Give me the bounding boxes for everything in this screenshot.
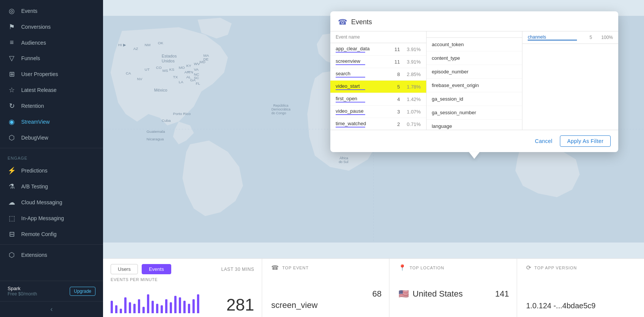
param-row-content-type[interactable]: content_type xyxy=(427,51,522,65)
svg-text:LA: LA xyxy=(179,80,184,84)
cloud-messaging-icon: ☁ xyxy=(8,198,16,207)
top-event-name: screen_view xyxy=(271,300,317,313)
event-count: 4 xyxy=(385,96,400,102)
sidebar-item-conversions[interactable]: ⚑ Conversions xyxy=(0,19,103,35)
sidebar-item-in-app-messaging[interactable]: ⬚ In-App Messaging xyxy=(0,210,103,226)
sidebar-item-audiences[interactable]: ≡ Audiences xyxy=(0,35,103,50)
remote-config-icon: ⊟ xyxy=(8,230,16,238)
event-name: time_watched xyxy=(336,121,385,127)
chart-bar xyxy=(197,294,199,313)
sidebar-nav-top: ◎ Events ⚑ Conversions ≡ Audiences ▽ Fun… xyxy=(0,0,103,264)
svg-text:Cuba: Cuba xyxy=(162,118,171,123)
param-row-firebase-event-origin[interactable]: firebase_event_origin xyxy=(427,79,522,92)
svg-text:WV: WV xyxy=(194,62,200,66)
event-row-search[interactable]: search 8 2.85% xyxy=(330,68,426,81)
sidebar-item-latest-release[interactable]: ☆ Latest Release xyxy=(0,82,103,98)
svg-text:UT: UT xyxy=(145,67,150,71)
chart-bar xyxy=(156,304,158,313)
event-row-screenview[interactable]: screenview 11 3.91% xyxy=(330,56,426,68)
events-tab-button[interactable]: Events xyxy=(142,264,171,274)
popup-col3-header: channels 5 100% xyxy=(522,31,618,44)
event-name: screenview xyxy=(336,58,385,65)
sidebar-item-extensions[interactable]: ⬡ Extensions xyxy=(0,247,103,263)
apply-as-filter-button[interactable]: Apply As Filter xyxy=(560,135,611,147)
sidebar-item-label: Latest Release xyxy=(21,87,56,93)
popup-header: ☎ Events xyxy=(330,11,618,31)
sidebar-item-label: Predictions xyxy=(21,168,47,174)
channel-header-pct: 100% xyxy=(592,35,613,40)
svg-text:Democrática: Democrática xyxy=(271,107,290,111)
streamview-icon: ◉ xyxy=(8,118,16,126)
sidebar-item-funnels[interactable]: ▽ Funnels xyxy=(0,50,103,66)
svg-text:KS: KS xyxy=(169,67,175,71)
event-row-video-start[interactable]: video_start 5 1.78% xyxy=(330,81,426,93)
event-row-app-clear-data[interactable]: app_clear_data 11 3.91% xyxy=(330,43,426,56)
bottom-top-app-version: ⟳ TOP APP VERSION 1.0.124 -...4bdae5c9 xyxy=(517,259,644,317)
event-count: 3 xyxy=(385,109,400,115)
events-icon: ◎ xyxy=(8,7,16,15)
top-location-label: 📍 TOP LOCATION xyxy=(399,264,509,271)
chart-bar xyxy=(115,305,117,313)
sidebar-item-ab-testing[interactable]: ⚗ A/B Testing xyxy=(0,179,103,194)
chart-bar xyxy=(124,297,127,313)
sidebar-item-label: User Properties xyxy=(21,71,58,77)
param-row-ga-session-id[interactable]: ga_session_id xyxy=(427,92,522,106)
svg-text:DE: DE xyxy=(203,57,209,61)
version-section-icon: ⟳ xyxy=(526,264,531,271)
chart-bar xyxy=(174,296,177,313)
sidebar-item-streamview[interactable]: ◉ StreamView xyxy=(0,114,103,130)
event-name: app_clear_data xyxy=(336,46,385,53)
svg-text:AR: AR xyxy=(184,70,190,74)
svg-text:FL: FL xyxy=(196,81,200,85)
sidebar-item-user-properties[interactable]: ⊞ User Properties xyxy=(0,66,103,82)
sidebar-collapse-button[interactable]: ‹ xyxy=(0,301,103,317)
sidebar-item-retention[interactable]: ↻ Retention xyxy=(0,98,103,114)
event-row-video-pause[interactable]: video_pause 3 1.07% xyxy=(330,106,426,118)
param-name: account_token xyxy=(432,42,517,47)
event-section-icon: ☎ xyxy=(271,264,279,271)
svg-text:Unidos: Unidos xyxy=(162,59,175,63)
chart-bar xyxy=(138,299,140,314)
bottom-bar: Users Events LAST 30 MINS EVENTS PER MIN… xyxy=(103,258,644,317)
extensions-icon: ⬡ xyxy=(8,251,16,259)
sidebar-item-predictions[interactable]: ⚡ Predictions xyxy=(0,163,103,179)
param-row-ga-session-number[interactable]: ga_session_number xyxy=(427,106,522,120)
location-name: United States xyxy=(413,289,463,299)
svg-text:VA: VA xyxy=(194,67,199,71)
sidebar-item-label: A/B Testing xyxy=(21,183,48,190)
param-row-language[interactable]: language xyxy=(427,120,522,130)
svg-text:Porto Rico: Porto Rico xyxy=(173,112,191,116)
cancel-button[interactable]: Cancel xyxy=(535,138,552,144)
sidebar-item-cloud-messaging[interactable]: ☁ Cloud Messaging xyxy=(0,194,103,210)
last-30-label: LAST 30 MINS xyxy=(221,267,254,272)
event-pct: 3.91% xyxy=(400,47,421,52)
sidebar-item-remote-config[interactable]: ⊟ Remote Config xyxy=(0,226,103,242)
events-per-min-label: EVENTS PER MINUTE xyxy=(111,277,254,282)
svg-text:TX: TX xyxy=(173,75,178,79)
chart-bar xyxy=(188,304,190,313)
popup-col2-header xyxy=(427,31,522,38)
sidebar-item-events[interactable]: ◎ Events xyxy=(0,3,103,19)
param-name: content_type xyxy=(432,55,517,61)
sidebar-item-debugview[interactable]: ⬡ DebugView xyxy=(0,130,103,146)
popup-footer: Cancel Apply As Filter xyxy=(330,130,618,152)
event-pct: 0.71% xyxy=(400,121,421,127)
event-count: 11 xyxy=(385,47,400,52)
channel-header-count: 5 xyxy=(577,35,592,40)
sidebar-item-label: Conversions xyxy=(21,24,51,30)
chart-bar xyxy=(133,304,136,313)
channel-header-name: channels xyxy=(528,34,577,40)
param-row-episode-number[interactable]: episode_number xyxy=(427,65,522,79)
event-row-first-open[interactable]: first_open 4 1.42% xyxy=(330,93,426,106)
event-row-time-watched[interactable]: time_watched 2 0.71% xyxy=(330,118,426,130)
event-name: first_open xyxy=(336,96,385,103)
users-tab-button[interactable]: Users xyxy=(111,264,138,274)
popup-header-icon: ☎ xyxy=(338,17,347,26)
param-name: ga_session_id xyxy=(432,96,517,102)
top-version-label: ⟳ TOP APP VERSION xyxy=(526,264,636,271)
param-row-account-token[interactable]: account_token xyxy=(427,38,522,51)
sidebar-item-label: DebugView xyxy=(21,135,48,141)
param-name: ga_session_number xyxy=(432,110,517,115)
popup-params-col: account_token content_type episode_numbe… xyxy=(427,31,523,130)
upgrade-button[interactable]: Upgrade xyxy=(70,287,95,296)
